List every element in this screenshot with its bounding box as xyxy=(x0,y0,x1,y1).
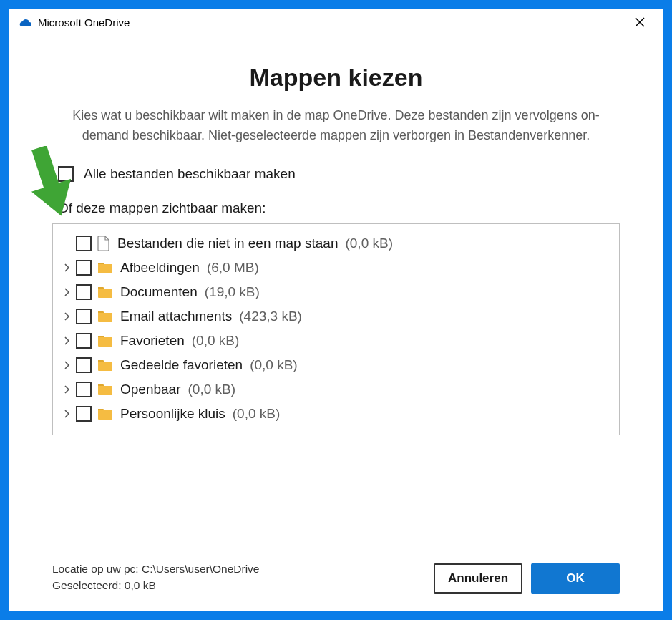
chevron-right-icon[interactable] xyxy=(60,263,73,272)
folder-size: (0,0 kB) xyxy=(192,333,240,349)
dialog-footer: Locatie op uw pc: C:\Users\user\OneDrive… xyxy=(9,561,663,611)
folder-checkbox[interactable] xyxy=(76,236,92,251)
make-all-available-checkbox[interactable] xyxy=(58,166,74,182)
folder-name: Email attachments xyxy=(120,309,232,324)
folder-checkbox[interactable] xyxy=(76,357,92,373)
folder-icon xyxy=(97,383,113,396)
selected-label: Geselecteerd: xyxy=(52,579,125,591)
folder-list: Bestanden die niet in een map staan(0,0 … xyxy=(52,223,620,435)
folder-size: (0,0 kB) xyxy=(233,406,281,422)
location-label: Locatie op uw pc: xyxy=(52,563,142,575)
folder-row: Email attachments(423,3 kB) xyxy=(57,304,615,329)
file-icon xyxy=(97,236,110,251)
folder-checkbox[interactable] xyxy=(76,406,92,422)
folder-size: (0,0 kB) xyxy=(188,382,236,397)
chevron-right-icon[interactable] xyxy=(60,385,73,394)
folder-row: Gedeelde favorieten(0,0 kB) xyxy=(57,353,615,377)
location-path: C:\Users\user\OneDrive xyxy=(142,563,260,575)
folder-size: (0,0 kB) xyxy=(250,357,298,373)
folder-row: Documenten(19,0 kB) xyxy=(57,280,615,304)
chevron-right-icon[interactable] xyxy=(60,410,73,418)
close-button[interactable] xyxy=(625,11,654,33)
folder-name: Persoonlijke kluis xyxy=(120,406,225,422)
folder-icon xyxy=(97,310,113,323)
folder-name: Afbeeldingen xyxy=(120,260,200,276)
selected-value: 0,0 kB xyxy=(125,579,156,591)
chevron-right-icon[interactable] xyxy=(60,288,73,296)
cancel-button[interactable]: Annuleren xyxy=(434,563,522,594)
chevron-right-icon[interactable] xyxy=(60,361,73,369)
folder-name: Documenten xyxy=(120,284,198,300)
ok-button[interactable]: OK xyxy=(531,563,620,594)
folder-name: Favorieten xyxy=(120,333,185,349)
titlebar: Microsoft OneDrive xyxy=(9,9,663,35)
folder-checkbox[interactable] xyxy=(76,333,92,349)
folder-size: (6,0 MB) xyxy=(207,260,259,276)
page-title: Mappen kiezen xyxy=(52,64,620,92)
chevron-right-icon[interactable] xyxy=(60,336,73,345)
folder-checkbox[interactable] xyxy=(76,260,92,276)
dialog-content: Mappen kiezen Kies wat u beschikbaar wil… xyxy=(9,35,663,561)
folder-row: Bestanden die niet in een map staan(0,0 … xyxy=(57,231,615,256)
folder-icon xyxy=(97,359,113,372)
folder-size: (423,3 kB) xyxy=(239,309,302,324)
chevron-right-icon[interactable] xyxy=(60,312,73,321)
folder-icon xyxy=(97,286,113,299)
make-all-available-label: Alle bestanden beschikbaar maken xyxy=(84,166,296,182)
onedrive-choose-folders-dialog: Microsoft OneDrive Mappen kiezen Kies wa… xyxy=(9,9,663,611)
folder-name: Gedeelde favorieten xyxy=(120,357,243,373)
folder-icon xyxy=(97,407,113,420)
folder-icon xyxy=(97,261,113,274)
footer-buttons: Annuleren OK xyxy=(434,563,620,594)
folder-row: Openbaar(0,0 kB) xyxy=(57,377,615,402)
folder-icon xyxy=(97,334,113,347)
folder-size: (19,0 kB) xyxy=(205,284,260,300)
footer-info: Locatie op uw pc: C:\Users\user\OneDrive… xyxy=(52,561,259,594)
folder-row: Afbeeldingen(6,0 MB) xyxy=(57,256,615,280)
folder-list-heading: Of deze mappen zichtbaar maken: xyxy=(58,200,620,216)
folder-size: (0,0 kB) xyxy=(345,236,393,251)
window-title: Microsoft OneDrive xyxy=(38,16,625,29)
folder-checkbox[interactable] xyxy=(76,382,92,397)
folder-checkbox[interactable] xyxy=(76,309,92,324)
folder-checkbox[interactable] xyxy=(76,284,92,300)
folder-name: Openbaar xyxy=(120,382,181,397)
onedrive-cloud-icon xyxy=(18,17,32,27)
folder-row: Favorieten(0,0 kB) xyxy=(57,329,615,353)
page-description: Kies wat u beschikbaar wilt maken in de … xyxy=(52,106,620,146)
folder-row: Persoonlijke kluis(0,0 kB) xyxy=(57,402,615,426)
folder-name: Bestanden die niet in een map staan xyxy=(117,236,338,251)
master-checkbox-row: Alle bestanden beschikbaar maken xyxy=(58,166,620,182)
